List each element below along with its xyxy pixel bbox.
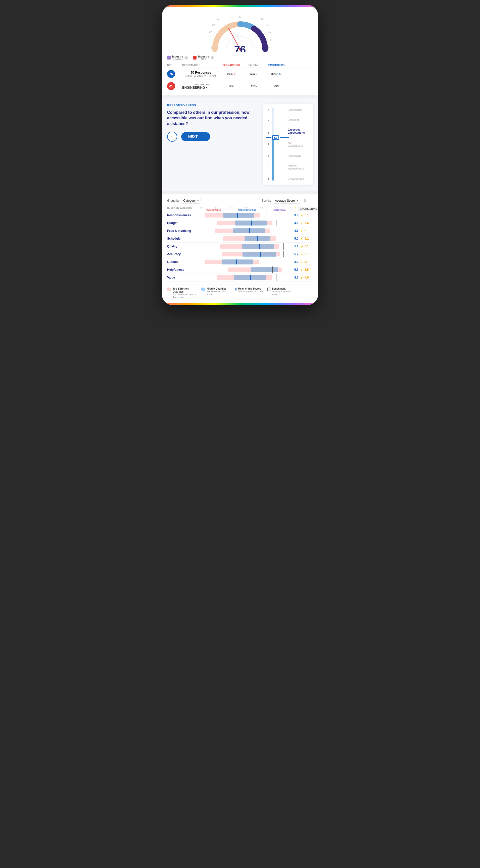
col-benchmarks: BENCHMARKS bbox=[182, 64, 220, 67]
met-region: MET EXPECTATIONS bbox=[228, 209, 267, 211]
legend-label-industry2: Industry bbox=[198, 55, 209, 58]
score-pair: 4.6⚡5.6 bbox=[293, 221, 313, 225]
scale-content: 1 2 3 4 5 6 7 5.3 bbox=[268, 108, 308, 181]
bar-container bbox=[200, 228, 293, 233]
bar-inner-quartile bbox=[222, 259, 253, 265]
gauge-svg: 0 10 20 30 40 50 60 70 80 90 100 bbox=[205, 12, 275, 52]
inner-q-sub: Middle 50% of the scores bbox=[207, 290, 232, 296]
more-options-button[interactable]: ⋮ bbox=[307, 55, 313, 61]
scale-label-3: Acceptable bbox=[288, 154, 308, 157]
my-score: 5.0 bbox=[294, 237, 299, 240]
exceptional-region: EXCEPTIONAL bbox=[267, 209, 293, 211]
category-header: QUESTION CATEGORY bbox=[167, 207, 200, 211]
bar-benchmark-line bbox=[272, 267, 273, 273]
chart-rows-container: Responsiveness3.8⚡5.1Budget4.6⚡5.6Fees &… bbox=[167, 212, 313, 282]
bar-container bbox=[200, 244, 293, 249]
chart-row: Quality5.1⚡6.1 bbox=[167, 243, 313, 250]
engineering-dropdown-label[interactable]: ENGINEERING ▾ bbox=[182, 86, 220, 89]
bench-score: 5.1 bbox=[305, 214, 309, 217]
sort-asc-icon[interactable]: ⇅ bbox=[303, 199, 306, 203]
gauge-legend: Industry Quartiles i Industry NPS i ⋮ bbox=[167, 52, 313, 63]
svg-text:10: 10 bbox=[208, 39, 211, 41]
chart-row: Helpfulness5.8⚡5.5 bbox=[167, 266, 313, 274]
bar-benchmark-line bbox=[276, 274, 276, 281]
chart-row-name: Helpfulness bbox=[167, 268, 200, 272]
next-button[interactable]: NEXT → bbox=[181, 132, 210, 141]
nps-passive-1: 5%/ 2 bbox=[242, 72, 265, 75]
chevron-icon: ▾ bbox=[206, 86, 207, 89]
col-promoters: PROMOTERS bbox=[265, 64, 288, 67]
nps-benchmarks-2: TRAILING 12M ENGINEERING ▾ bbox=[182, 83, 220, 89]
bar-mean-line bbox=[249, 228, 250, 233]
bench-score: 5.1 bbox=[305, 260, 309, 264]
group-by-select[interactable]: Category bbox=[181, 198, 201, 204]
bar-container bbox=[200, 275, 293, 280]
my-score: 3.8 bbox=[294, 260, 299, 264]
bolt-icon: ⚡ bbox=[300, 245, 303, 248]
bolt-icon: ⚡ bbox=[300, 276, 303, 279]
col-passive: PASSIVE bbox=[242, 64, 265, 67]
rainbow-top-bar bbox=[162, 5, 318, 7]
chart-row: Value4.6⚡5.6 bbox=[167, 274, 313, 282]
my-score-header: ⚡ bbox=[294, 207, 297, 211]
legend-label-industry1: Industry bbox=[172, 55, 183, 58]
bench-score: 5.1 bbox=[305, 237, 309, 240]
chart-header-row: QUESTION CATEGORY 1.0 1.8 2.8 4.0 4.8 5.… bbox=[167, 207, 313, 211]
gauge-container: 0 10 20 30 40 50 60 70 80 90 100 bbox=[205, 12, 275, 52]
scale-track: 5.3 bbox=[272, 108, 274, 181]
chart-row-name: Fees & Invoicing bbox=[167, 229, 200, 232]
bar-benchmark-line bbox=[276, 220, 276, 226]
chart-row-name: Budget bbox=[167, 221, 200, 225]
legend-color-quartiles bbox=[167, 56, 171, 60]
chart-row-name: Value bbox=[167, 276, 200, 279]
outer-q-title: Top & Bottom Quartiles bbox=[173, 287, 197, 293]
engineering-bench-dropdown[interactable]: ENGINEERING ▾ bbox=[298, 207, 318, 211]
bench-score-header: ENGINEERING ▾ bbox=[298, 207, 318, 211]
scale-label-5: Exceeded Expectations bbox=[288, 128, 308, 134]
legend-color-nps bbox=[193, 56, 197, 60]
bolt-icon: ⚡ bbox=[300, 261, 303, 264]
chart-section: Group by Category Sort by Average Score … bbox=[162, 194, 318, 303]
col-nps: NPS bbox=[167, 64, 182, 67]
bar-benchmark-line bbox=[283, 251, 284, 257]
scale-header: 1.0 1.8 2.8 4.0 4.8 5.7 7.0 UNACCEPTABLE… bbox=[200, 207, 293, 211]
info-icon-1[interactable]: i bbox=[184, 56, 188, 60]
bar-inner-quartile bbox=[251, 267, 278, 272]
outer-q-sub: Top and bottom 25% of the scores bbox=[173, 293, 197, 299]
bolt-icon: ⚡ bbox=[300, 269, 303, 271]
chart-row: Accuracy5.2⚡6.1 bbox=[167, 250, 313, 258]
bar-container bbox=[200, 213, 293, 218]
svg-text:40: 40 bbox=[217, 18, 220, 21]
bar-inner-quartile bbox=[223, 213, 254, 218]
responsiveness-section: RESPONSIVENESS Compared to others in our… bbox=[162, 98, 318, 191]
indicator-line-right bbox=[280, 137, 289, 138]
bar-mean-line bbox=[260, 252, 261, 257]
bolt-icon: ⚡ bbox=[300, 253, 303, 256]
info-icon-2[interactable]: i bbox=[211, 56, 214, 60]
category-tag: RESPONSIVENESS bbox=[167, 104, 258, 107]
sort-by-label: Sort by bbox=[262, 199, 271, 203]
chart-row: Outlook3.8⚡5.1 bbox=[167, 258, 313, 266]
nps-passive-2: 22% bbox=[242, 85, 265, 88]
nps-score-1: 76 bbox=[167, 70, 182, 78]
back-button[interactable]: ← bbox=[167, 132, 177, 142]
mean-swatch bbox=[236, 287, 237, 290]
bolt-icon: ⚡ bbox=[300, 214, 303, 217]
bench-score: ~ bbox=[305, 229, 306, 232]
more-chart-options[interactable]: ⋮ bbox=[309, 199, 313, 203]
bar-mean-line bbox=[267, 267, 267, 272]
bar-mean-line bbox=[237, 213, 238, 218]
bar-mean-line bbox=[236, 259, 237, 265]
score-pair: 4.6⚡~ bbox=[293, 229, 313, 232]
bar-inner-quartile bbox=[242, 244, 274, 249]
my-score: 5.8 bbox=[294, 268, 299, 272]
inner-q-title: Middle Quartiles bbox=[207, 287, 232, 290]
svg-text:50: 50 bbox=[239, 15, 241, 18]
scale-label-4: Met Expectations bbox=[288, 141, 308, 147]
chart-row-name: Responsiveness bbox=[167, 214, 200, 217]
mean-sub: The average of all scores bbox=[238, 290, 263, 293]
chart-row: Fees & Invoicing4.6⚡~ bbox=[167, 227, 313, 235]
question-text: Compared to others in our profession, ho… bbox=[167, 110, 258, 127]
sort-by-select[interactable]: Average Score bbox=[273, 198, 300, 204]
bar-mean-line bbox=[251, 220, 252, 225]
